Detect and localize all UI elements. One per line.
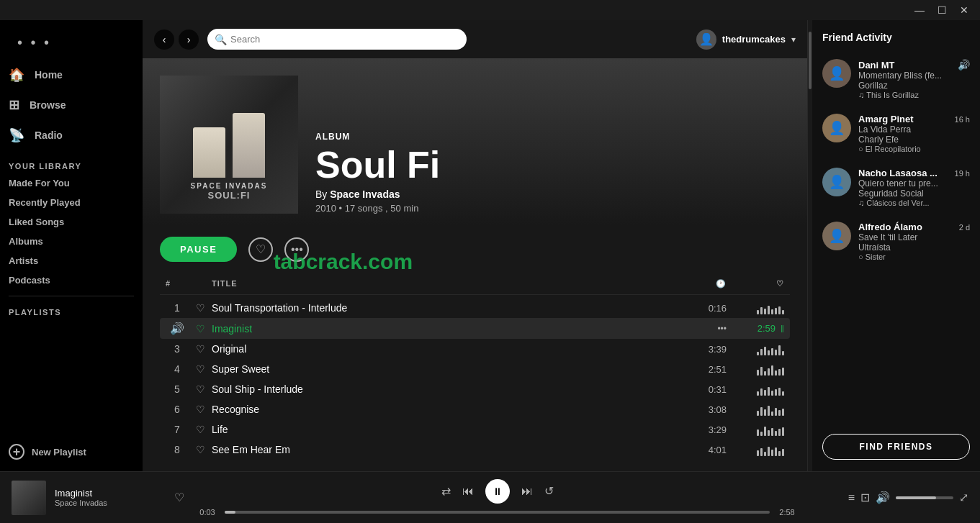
sidebar-menu-dots[interactable]: • • • — [9, 29, 134, 57]
pause-button[interactable]: PAUSE — [160, 237, 237, 262]
table-row[interactable]: 1 ♡ Soul Transportation - Interlude 0:16 — [160, 298, 790, 318]
friend-avatar-3: 👤 — [822, 168, 851, 196]
radio-icon: 📡 — [9, 127, 24, 143]
progress-track[interactable] — [225, 511, 770, 514]
track-heart-4[interactable]: ♡ — [189, 363, 212, 375]
list-item[interactable]: 👤 Amarg Pinet 16 h La Vida Perra Charly … — [818, 106, 974, 160]
player-track-name[interactable]: Imaginist — [55, 488, 166, 499]
friend-time-4: 2 d — [959, 223, 970, 232]
devices-button[interactable]: ⊡ — [860, 491, 870, 504]
table-row[interactable]: 8 ♡ See Em Hear Em 4:01 — [160, 440, 790, 460]
table-row[interactable]: 6 ♡ Recognise 3:08 — [160, 399, 790, 419]
track-bars-6 — [727, 403, 784, 416]
track-num-1: 1 — [166, 302, 189, 314]
table-row[interactable]: 4 ♡ Super Sweet 2:51 — [160, 359, 790, 379]
queue-button[interactable]: ≡ — [848, 491, 855, 504]
table-row[interactable]: 🔊 ♡ Imaginist ••• 2:59 ‖ — [160, 318, 790, 339]
track-heart-7[interactable]: ♡ — [189, 424, 212, 435]
header-title: TITLE — [212, 279, 683, 288]
new-playlist-label: New Playlist — [32, 447, 86, 458]
friend-name-1: Dani MT — [858, 60, 895, 71]
forward-button[interactable]: › — [179, 29, 199, 50]
fullscreen-button[interactable]: ⤢ — [959, 491, 968, 504]
friend-time-3: 19 h — [955, 169, 970, 178]
sidebar: • • • 🏠 Home ⊞ Browse 📡 Radio YOUR LIBRA… — [0, 20, 143, 471]
friend-name-4: Alfredo Álamo — [858, 222, 922, 232]
track-heart-2[interactable]: ♡ — [189, 323, 212, 335]
track-num-4: 4 — [166, 363, 189, 375]
next-button[interactable]: ⏭ — [521, 485, 533, 498]
list-item[interactable]: 👤 Nacho Lasaosa ... 19 h Quiero tener tu… — [818, 160, 974, 214]
friend-artist-4: Ultraísta — [858, 242, 970, 253]
sidebar-item-browse[interactable]: ⊞ Browse — [0, 90, 143, 120]
shuffle-button[interactable]: ⇄ — [441, 484, 451, 498]
list-item[interactable]: 👤 Dani MT 🔊 Momentary Bliss (fe... Goril… — [818, 52, 974, 106]
find-friends-button[interactable]: FIND FRIENDS — [822, 434, 970, 460]
friend-track-4: Save It 'til Later — [858, 232, 970, 242]
repeat-button[interactable]: ↺ — [544, 484, 554, 498]
new-playlist-button[interactable]: + New Playlist — [0, 438, 143, 471]
search-input[interactable] — [207, 29, 467, 50]
sidebar-item-artists[interactable]: Artists — [0, 251, 143, 270]
sidebar-nav: 🏠 Home ⊞ Browse 📡 Radio — [0, 60, 143, 150]
cover-album-name: SOUL:FI — [191, 190, 268, 201]
friend-name-3: Nacho Lasaosa ... — [858, 168, 938, 178]
content-area: ‹ › 🔍 👤 thedrumcakes ▾ — [143, 20, 807, 471]
player-heart-button[interactable]: ♡ — [174, 491, 184, 504]
track-title-7: Life — [212, 424, 683, 435]
list-item[interactable]: 👤 Alfredo Álamo 2 d Save It 'til Later U… — [818, 214, 974, 268]
player-track-info: Imaginist Space Invadas — [55, 488, 166, 507]
volume-button[interactable]: 🔊 — [876, 491, 890, 504]
sidebar-item-made-for-you[interactable]: Made For You — [0, 173, 143, 193]
friend-name-row-1: Dani MT 🔊 — [858, 59, 970, 71]
track-time-5: 0:31 — [683, 384, 727, 395]
sidebar-item-recently-played[interactable]: Recently Played — [0, 193, 143, 212]
track-bars-1 — [727, 301, 784, 314]
sidebar-item-liked-songs[interactable]: Liked Songs — [0, 212, 143, 232]
header-num: # — [166, 279, 189, 288]
table-row[interactable]: 7 ♡ Life 3:29 — [160, 419, 790, 440]
figure-1 — [193, 127, 225, 178]
dropdown-arrow[interactable]: ▾ — [791, 35, 796, 45]
username[interactable]: thedrumcakes — [722, 34, 786, 45]
sidebar-item-albums[interactable]: Albums — [0, 232, 143, 251]
track-heart-8[interactable]: ♡ — [189, 444, 212, 455]
friend-playlist-1: ♫ This Is Gorillaz — [858, 91, 970, 99]
track-playing-icon: 🔊 — [166, 322, 189, 335]
volume-bar[interactable] — [896, 496, 953, 499]
track-heart-6[interactable]: ♡ — [189, 404, 212, 415]
track-time-3: 3:39 — [683, 344, 727, 355]
heart-button[interactable]: ♡ — [248, 237, 273, 262]
track-bars-7 — [727, 423, 784, 436]
prev-button[interactable]: ⏮ — [462, 485, 474, 498]
search-bar: 🔍 — [207, 29, 467, 50]
album-controls: PAUSE ♡ ••• — [143, 225, 807, 273]
track-list-header: # TITLE 🕐 ♡ — [160, 273, 790, 295]
circle-icon-2: ○ — [858, 253, 863, 261]
more-button[interactable]: ••• — [284, 237, 309, 262]
friend-time-2: 16 h — [955, 115, 970, 124]
main-layout: • • • 🏠 Home ⊞ Browse 📡 Radio YOUR LIBRA… — [0, 20, 980, 471]
sidebar-item-home[interactable]: 🏠 Home — [0, 60, 143, 90]
close-button[interactable]: ✕ — [954, 3, 974, 17]
player-center: ⇄ ⏮ ⏸ ⏭ ↺ 0:03 2:58 — [196, 479, 799, 517]
track-heart-5[interactable]: ♡ — [189, 383, 212, 395]
player-left: Imaginist Space Invadas ♡ — [12, 481, 184, 515]
maximize-button[interactable]: ☐ — [932, 3, 953, 17]
sidebar-item-podcasts[interactable]: Podcasts — [0, 270, 143, 290]
play-pause-button[interactable]: ⏸ — [485, 479, 510, 504]
track-time-1: 0:16 — [683, 303, 727, 314]
album-artist-link[interactable]: Space Invadas — [330, 188, 400, 200]
minimize-button[interactable]: — — [909, 3, 930, 17]
player-artist-name[interactable]: Space Invadas — [55, 499, 166, 507]
avatar: 👤 — [696, 29, 716, 50]
friend-track-2: La Vida Perra — [858, 124, 970, 135]
table-row[interactable]: 3 ♡ Original 3:39 — [160, 339, 790, 359]
track-heart-3[interactable]: ♡ — [189, 343, 212, 355]
back-button[interactable]: ‹ — [154, 29, 174, 50]
sidebar-item-radio[interactable]: 📡 Radio — [0, 120, 143, 150]
content-scroll-area: SPACE INVADAS SOUL:FI ALBUM Soul Fi By S… — [143, 58, 807, 471]
table-row[interactable]: 5 ♡ Soul Ship - Interlude 0:31 — [160, 379, 790, 399]
track-heart-1[interactable]: ♡ — [189, 302, 212, 314]
time-current: 0:03 — [196, 508, 219, 517]
